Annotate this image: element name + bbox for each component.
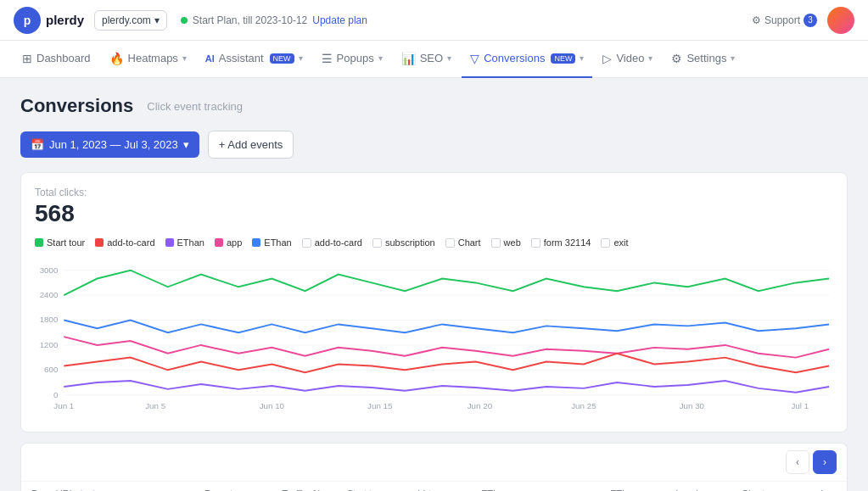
- legend-item-exit[interactable]: exit: [601, 237, 628, 248]
- chevron-down-icon: ▾: [183, 138, 189, 151]
- toolbar: 📅 Jun 1, 2023 — Jul 3, 2023 ▾ + Add even…: [20, 131, 848, 159]
- table-next-button[interactable]: ›: [813, 450, 837, 474]
- nav-item-dashboard[interactable]: ⊞ Dashboard: [14, 41, 99, 78]
- page-header: Conversions Click event tracking: [20, 95, 848, 117]
- total-clicks-value: 568: [35, 200, 833, 227]
- legend-label-subscription: subscription: [385, 237, 435, 248]
- plan-text: Start Plan, till 2023-10-12: [193, 14, 307, 26]
- date-range-label: Jun 1, 2023 — Jul 3, 2023: [49, 138, 178, 151]
- nav-label-heatmaps: Heatmaps: [128, 52, 178, 64]
- svg-text:Jun 5: Jun 5: [145, 401, 166, 410]
- dashboard-icon: ⊞: [22, 52, 32, 65]
- assistant-icon: AI: [205, 53, 215, 64]
- chevron-down-icon: ▾: [731, 53, 735, 63]
- nav-item-seo[interactable]: 📊 SEO ▾: [393, 41, 460, 78]
- nav-item-heatmaps[interactable]: 🔥 Heatmaps ▾: [101, 41, 195, 78]
- plan-dot: [181, 17, 188, 24]
- gear-icon: ⚙: [752, 14, 761, 26]
- chevron-down-icon: ▾: [580, 53, 584, 63]
- svg-text:Jun 20: Jun 20: [468, 401, 493, 410]
- legend-item-ethan2[interactable]: EThan: [252, 237, 291, 248]
- nav-item-popups[interactable]: ☰ Popups ▾: [313, 41, 391, 78]
- svg-text:600: 600: [44, 365, 59, 374]
- legend-item-start-tour[interactable]: Start tour: [35, 237, 85, 248]
- plan-badge: Start Plan, till 2023-10-12 Update plan: [181, 14, 367, 26]
- nav-label-dashboard: Dashboard: [36, 52, 91, 64]
- nav-label-assistant: Assistant: [219, 52, 264, 64]
- legend-item-web[interactable]: web: [491, 237, 521, 248]
- date-range-button[interactable]: 📅 Jun 1, 2023 — Jul 3, 2023 ▾: [20, 131, 199, 158]
- legend-label-ethan2: EThan: [264, 237, 291, 248]
- svg-text:0: 0: [53, 390, 59, 399]
- svg-text:Jul 1: Jul 1: [791, 401, 809, 410]
- legend-dot-app: [215, 238, 223, 247]
- legend-dot-ethan1: [165, 238, 174, 247]
- legend-cb-add-to-card-2: [302, 238, 311, 248]
- line-chart: 3000 2400 1800 1200 600 0: [35, 258, 833, 416]
- support-button[interactable]: ⚙ Support 3: [752, 14, 817, 27]
- legend-item-add-to-card-2[interactable]: add-to-card: [302, 237, 362, 248]
- table-nav: ‹ ›: [21, 444, 847, 482]
- avatar[interactable]: [827, 7, 854, 34]
- chevron-down-icon: ▾: [299, 53, 303, 63]
- legend-label-ethan1: EThan: [177, 237, 204, 248]
- chevron-down-icon: ▾: [378, 53, 383, 63]
- table-card: ‹ › Page URL / □ / □ Report Traffic, % ⇅…: [20, 443, 848, 491]
- nav-label-conversions: Conversions: [484, 52, 545, 64]
- svg-text:1800: 1800: [40, 315, 59, 324]
- nav-item-assistant[interactable]: AI Assistant NEW ▾: [197, 41, 311, 78]
- legend-item-add-to-card[interactable]: add-to-card: [95, 237, 154, 248]
- legend-item-chart[interactable]: Chart: [445, 237, 481, 248]
- legend-label-chart: Chart: [458, 237, 481, 248]
- legend-label-form32114: form 32114: [544, 237, 591, 248]
- legend-item-app[interactable]: app: [215, 237, 242, 248]
- logo-icon: p: [14, 7, 41, 34]
- svg-text:1200: 1200: [40, 340, 59, 349]
- legend-dot-add-to-card: [95, 238, 104, 247]
- main-nav: ⊞ Dashboard 🔥 Heatmaps ▾ AI Assistant NE…: [0, 41, 868, 78]
- chevron-down-icon: ▾: [447, 53, 451, 63]
- site-selector[interactable]: plerdy.com ▾: [94, 10, 167, 31]
- total-clicks-label: Total clicks:: [35, 187, 833, 198]
- update-plan-link[interactable]: Update plan: [312, 14, 367, 26]
- legend-label-exit: exit: [613, 237, 628, 248]
- svg-text:Jun 15: Jun 15: [367, 401, 393, 410]
- legend-label-start-tour: Start tour: [47, 237, 85, 248]
- table-header: Page URL / □ / □ Report Traffic, % ⇅ Sta…: [21, 482, 847, 491]
- page-subtitle: Click event tracking: [147, 100, 243, 113]
- settings-icon: ⚙: [671, 52, 682, 65]
- page-content: Conversions Click event tracking 📅 Jun 1…: [0, 78, 868, 491]
- calendar-icon: 📅: [31, 138, 44, 151]
- table-prev-button[interactable]: ‹: [786, 450, 809, 474]
- video-icon: ▷: [602, 52, 612, 65]
- legend-label-web: web: [504, 237, 521, 248]
- brand-name: plerdy: [46, 13, 84, 27]
- site-chevron-icon: ▾: [154, 14, 160, 26]
- nav-item-video[interactable]: ▷ Video ▾: [594, 41, 661, 78]
- conversions-icon: ▽: [470, 52, 479, 65]
- chevron-down-icon: ▾: [648, 53, 652, 63]
- svg-text:Jun 30: Jun 30: [680, 401, 705, 410]
- nav-item-settings[interactable]: ⚙ Settings ▾: [663, 41, 743, 78]
- nav-item-conversions[interactable]: ▽ Conversions NEW ▾: [462, 41, 592, 78]
- add-events-label: + Add events: [219, 138, 283, 151]
- support-label: Support: [764, 14, 800, 26]
- legend-item-form32114[interactable]: form 32114: [531, 237, 591, 248]
- chevron-down-icon: ▾: [182, 53, 187, 63]
- chart-card: Total clicks: 568 Start tour add-to-card…: [20, 172, 848, 432]
- legend-item-ethan1[interactable]: EThan: [165, 237, 204, 248]
- legend-cb-form32114: [531, 238, 540, 248]
- chart-wrapper: 3000 2400 1800 1200 600 0: [35, 258, 833, 418]
- add-events-button[interactable]: + Add events: [208, 131, 294, 159]
- support-count: 3: [804, 14, 817, 27]
- popups-icon: ☰: [322, 52, 333, 65]
- top-bar: p plerdy plerdy.com ▾ Start Plan, till 2…: [0, 0, 868, 41]
- legend-cb-exit: [601, 238, 610, 248]
- nav-label-popups: Popups: [337, 52, 374, 64]
- svg-text:Jun 10: Jun 10: [260, 401, 285, 410]
- heatmaps-icon: 🔥: [109, 52, 124, 65]
- nav-label-video: Video: [616, 52, 644, 64]
- legend-item-subscription[interactable]: subscription: [372, 237, 435, 248]
- legend-cb-chart: [445, 238, 455, 248]
- site-value: plerdy.com: [102, 14, 151, 26]
